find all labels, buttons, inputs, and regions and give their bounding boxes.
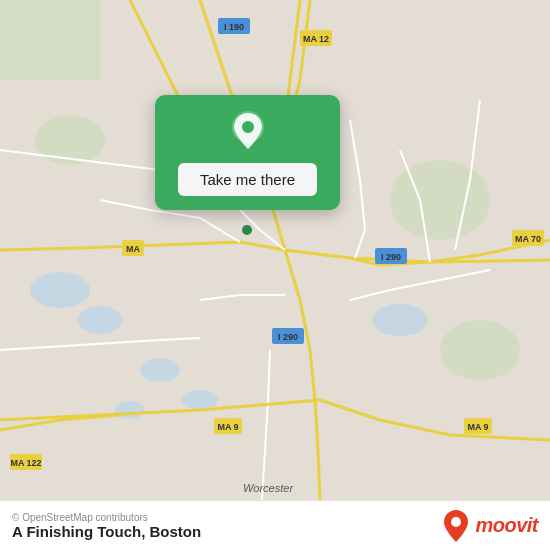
svg-point-4: [140, 358, 180, 382]
location-pin-icon: [226, 109, 270, 153]
attribution-text: © OpenStreetMap contributors: [12, 512, 201, 523]
take-me-there-button[interactable]: Take me there: [178, 163, 317, 196]
svg-text:MA 12: MA 12: [303, 34, 329, 44]
svg-point-7: [390, 160, 490, 240]
svg-point-5: [182, 390, 218, 410]
svg-point-3: [372, 304, 428, 336]
map-container: I 190 MA 12 MA I 290 I 290 MA 9 MA 9 MA …: [0, 0, 550, 500]
popup-card: Take me there: [155, 95, 340, 210]
moovit-brand-text: moovit: [475, 514, 538, 537]
svg-text:MA 9: MA 9: [467, 422, 488, 432]
svg-text:I 290: I 290: [381, 252, 401, 262]
moovit-logo: moovit: [442, 509, 538, 543]
svg-text:MA 70: MA 70: [515, 234, 541, 244]
svg-point-10: [35, 115, 105, 165]
svg-point-8: [440, 320, 520, 380]
svg-text:MA 122: MA 122: [10, 458, 41, 468]
svg-text:MA 9: MA 9: [217, 422, 238, 432]
svg-point-2: [78, 306, 122, 334]
svg-text:Worcester: Worcester: [243, 482, 294, 494]
moovit-pin-icon: [442, 509, 470, 543]
svg-point-33: [451, 517, 461, 527]
bottom-bar: © OpenStreetMap contributors A Finishing…: [0, 500, 550, 550]
svg-point-32: [242, 121, 254, 133]
svg-point-30: [242, 225, 252, 235]
svg-text:I 290: I 290: [278, 332, 298, 342]
svg-rect-9: [0, 0, 100, 80]
svg-point-1: [30, 272, 90, 308]
location-name: A Finishing Touch, Boston: [12, 523, 201, 540]
bottom-left-info: © OpenStreetMap contributors A Finishing…: [12, 512, 201, 540]
svg-text:MA: MA: [126, 244, 140, 254]
svg-text:I 190: I 190: [224, 22, 244, 32]
